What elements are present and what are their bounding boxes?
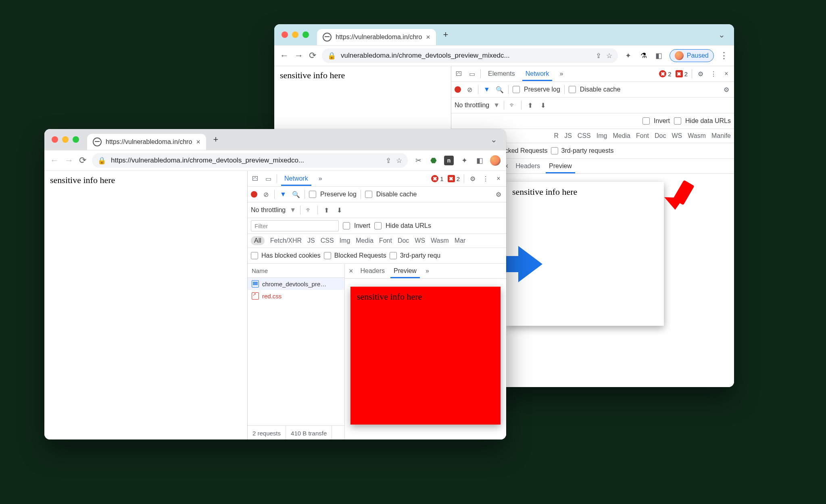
third-party-checkbox[interactable] bbox=[390, 252, 397, 259]
invert-checkbox[interactable] bbox=[343, 222, 350, 229]
chip-js[interactable]: JS bbox=[307, 237, 315, 244]
chip-wasm[interactable]: Wasm bbox=[431, 237, 449, 244]
throttling-select[interactable]: No throttling bbox=[455, 102, 489, 109]
download-icon[interactable]: ⬇ bbox=[538, 101, 547, 110]
upload-icon[interactable]: ⬆ bbox=[322, 206, 331, 215]
tabs-overflow-icon[interactable]: ⌄ bbox=[712, 30, 732, 40]
kebab-icon[interactable]: ⋮ bbox=[481, 174, 490, 183]
minimize-window-icon[interactable] bbox=[292, 31, 298, 38]
chip-css[interactable]: CSS bbox=[321, 237, 334, 244]
extensions-icon[interactable]: ✦ bbox=[624, 51, 633, 60]
flask-icon[interactable]: ⚗ bbox=[639, 51, 649, 60]
disable-cache-checkbox[interactable] bbox=[365, 191, 372, 198]
panel-icon[interactable]: ◧ bbox=[475, 156, 484, 165]
share-icon[interactable]: ⇪ bbox=[596, 52, 601, 60]
close-tab-icon[interactable]: × bbox=[196, 138, 200, 146]
maximize-window-icon[interactable] bbox=[302, 31, 309, 38]
extension-n-icon[interactable]: n bbox=[444, 156, 454, 165]
request-row[interactable]: red.css bbox=[248, 290, 344, 302]
tab-preview[interactable]: Preview bbox=[392, 267, 418, 275]
gear-icon[interactable]: ⚙ bbox=[468, 174, 477, 183]
bookmark-icon[interactable]: ☆ bbox=[606, 52, 612, 60]
chip-xhr[interactable]: R bbox=[554, 132, 559, 140]
close-icon[interactable]: × bbox=[349, 267, 353, 275]
blocked-req-checkbox[interactable] bbox=[324, 252, 331, 259]
download-icon[interactable]: ⬇ bbox=[335, 206, 344, 215]
profile-paused-pill[interactable]: Paused bbox=[670, 49, 714, 62]
tab-headers[interactable]: Headers bbox=[359, 267, 386, 275]
chip-js[interactable]: JS bbox=[564, 132, 572, 140]
gear-icon[interactable]: ⚙ bbox=[696, 69, 705, 78]
tabs-overflow-icon[interactable]: » bbox=[424, 267, 431, 275]
extensions-icon[interactable]: ✦ bbox=[459, 156, 469, 165]
device-icon[interactable]: ▭ bbox=[264, 174, 273, 183]
disable-cache-checkbox[interactable] bbox=[569, 86, 576, 93]
browser-tab[interactable]: https://vulnerabledoma.in/chro × bbox=[317, 29, 436, 45]
preserve-log-checkbox[interactable] bbox=[513, 86, 520, 93]
chip-all[interactable]: All bbox=[251, 236, 265, 245]
wifi-icon[interactable]: ᯤ bbox=[305, 206, 313, 215]
maximize-window-icon[interactable] bbox=[73, 136, 79, 143]
third-party-checkbox[interactable] bbox=[551, 147, 558, 154]
tabs-overflow-icon[interactable]: » bbox=[556, 70, 566, 77]
bookmark-icon[interactable]: ☆ bbox=[396, 156, 402, 165]
filter-input[interactable]: Filter bbox=[251, 220, 339, 231]
inspect-icon[interactable]: ⮹ bbox=[251, 174, 260, 183]
new-tab-button[interactable]: + bbox=[209, 133, 222, 146]
issue-count[interactable]: ✖2 bbox=[448, 175, 460, 182]
chip-fetch[interactable]: Fetch/XHR bbox=[270, 237, 302, 244]
chip-css[interactable]: CSS bbox=[578, 132, 591, 140]
filter-icon[interactable]: ▼ bbox=[482, 85, 491, 94]
record-icon[interactable] bbox=[251, 191, 257, 198]
kebab-menu-icon[interactable]: ⋮ bbox=[720, 50, 728, 61]
filter-icon[interactable]: ▼ bbox=[279, 190, 288, 199]
wifi-icon[interactable]: ᯤ bbox=[508, 101, 517, 110]
gear-icon[interactable]: ⚙ bbox=[722, 85, 731, 94]
close-tab-icon[interactable]: × bbox=[426, 33, 430, 42]
address-bar[interactable]: 🔒 vulnerabledoma.in/chrome_devtools_prev… bbox=[322, 48, 618, 63]
close-icon[interactable]: × bbox=[494, 174, 503, 183]
invert-checkbox[interactable] bbox=[642, 117, 650, 125]
chip-media[interactable]: Media bbox=[613, 132, 630, 140]
error-count[interactable]: ✖1 bbox=[431, 175, 443, 182]
close-window-icon[interactable] bbox=[52, 136, 58, 143]
tabs-overflow-icon[interactable]: » bbox=[315, 175, 325, 182]
tab-network[interactable]: Network bbox=[522, 70, 553, 77]
tab-headers[interactable]: Headers bbox=[514, 162, 542, 170]
reload-icon[interactable]: ⟳ bbox=[309, 50, 316, 61]
device-icon[interactable]: ▭ bbox=[467, 69, 476, 78]
close-icon[interactable]: × bbox=[722, 69, 731, 78]
preserve-log-checkbox[interactable] bbox=[309, 191, 316, 198]
chip-manifest[interactable]: Manife bbox=[711, 132, 731, 140]
browser-tab[interactable]: https://vulnerabledoma.in/chro × bbox=[87, 134, 206, 150]
chip-media[interactable]: Media bbox=[356, 237, 373, 244]
chip-font[interactable]: Font bbox=[379, 237, 392, 244]
hide-urls-checkbox[interactable] bbox=[674, 117, 681, 125]
tabs-overflow-icon[interactable]: ⌄ bbox=[484, 135, 504, 144]
chip-doc[interactable]: Doc bbox=[398, 237, 409, 244]
request-row[interactable]: chrome_devtools_pre… bbox=[248, 278, 344, 290]
tab-preview[interactable]: Preview bbox=[547, 162, 574, 170]
address-bar[interactable]: 🔒 https://vulnerabledoma.in/chrome_devto… bbox=[92, 153, 408, 168]
forward-icon[interactable]: → bbox=[294, 50, 303, 61]
panel-icon[interactable]: ◧ bbox=[654, 51, 664, 60]
back-icon[interactable]: ← bbox=[280, 50, 289, 61]
clear-icon[interactable]: ⊘ bbox=[261, 190, 270, 199]
chip-img[interactable]: Img bbox=[340, 237, 350, 244]
new-tab-button[interactable]: + bbox=[439, 28, 452, 41]
search-icon[interactable]: 🔍 bbox=[292, 190, 300, 199]
tab-network[interactable]: Network bbox=[281, 175, 311, 182]
issue-count[interactable]: ✖2 bbox=[676, 70, 688, 77]
reload-icon[interactable]: ⟳ bbox=[79, 155, 86, 166]
chip-ws[interactable]: WS bbox=[672, 132, 682, 140]
upload-icon[interactable]: ⬆ bbox=[526, 101, 534, 110]
extension-icon[interactable]: ⬣ bbox=[429, 156, 438, 165]
gear-icon[interactable]: ⚙ bbox=[494, 190, 503, 199]
blocked-cookies-checkbox[interactable] bbox=[251, 252, 258, 259]
scissors-icon[interactable]: ✂ bbox=[413, 156, 423, 165]
throttling-select[interactable]: No throttling bbox=[251, 206, 286, 214]
chip-manifest[interactable]: Mar bbox=[455, 237, 466, 244]
chip-doc[interactable]: Doc bbox=[655, 132, 666, 140]
search-icon[interactable]: 🔍 bbox=[495, 85, 504, 94]
share-icon[interactable]: ⇪ bbox=[386, 156, 391, 165]
